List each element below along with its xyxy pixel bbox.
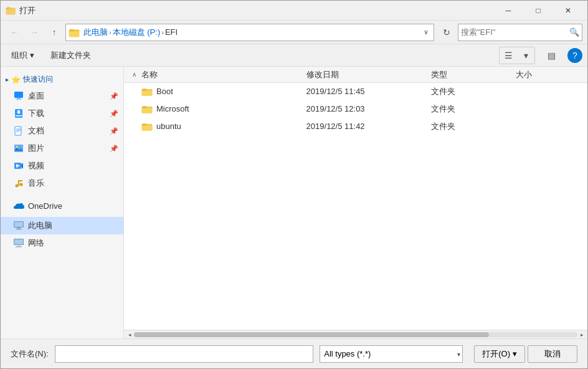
svg-rect-32	[16, 229, 22, 230]
horizontal-scrollbar[interactable]: ◂ ▸	[124, 330, 587, 338]
file-cell-type: 文件夹	[429, 103, 513, 115]
docs-pin-icon: 📌	[110, 127, 118, 135]
filetype-select-wrapper: All types (*.*) ▾	[320, 345, 463, 363]
col-header-date[interactable]: 修改日期	[304, 67, 429, 82]
file-row[interactable]: Boot 2019/12/5 11:45 文件夹	[124, 83, 587, 100]
title-controls: ─ □ ✕	[494, 1, 582, 21]
file-row[interactable]: ubuntu 2019/12/5 11:42 文件夹	[124, 118, 587, 135]
view-layout-button[interactable]: ▤	[543, 47, 560, 64]
downloads-pin-icon: 📌	[110, 110, 118, 118]
organize-toolbar: 组织 ▾ 新建文件夹 ☰ ▾ ▤ ?	[1, 44, 587, 67]
view-list-button[interactable]: ☰	[500, 47, 517, 64]
cancel-label: 取消	[544, 348, 561, 360]
back-button[interactable]: ←	[6, 24, 23, 41]
sidebar-label-desktop: 桌面	[28, 90, 44, 102]
filename-input[interactable]	[55, 345, 314, 363]
close-button[interactable]: ✕	[554, 1, 582, 21]
organize-button[interactable]: 组织 ▾	[6, 47, 40, 64]
forward-button[interactable]: →	[26, 24, 43, 41]
refresh-button[interactable]: ↻	[438, 24, 455, 41]
breadcrumb-localdisk[interactable]: 本地磁盘 (P:)	[113, 27, 161, 38]
bottom-bar: 文件名(N): All types (*.*) ▾ 打开(O) ▾ 取消	[1, 338, 587, 368]
sidebar-label-network: 网络	[28, 237, 44, 249]
svg-rect-8	[17, 98, 21, 99]
breadcrumb-thispc[interactable]: 此电脑	[83, 27, 108, 38]
sidebar-item-music[interactable]: 音乐	[1, 175, 123, 192]
file-cell-name: Boot	[139, 86, 304, 97]
sidebar-item-videos[interactable]: 视频	[1, 157, 123, 175]
quickaccess-icon: ⭐	[11, 75, 21, 84]
sidebar-label-onedrive: OneDrive	[28, 201, 62, 211]
sidebar-label-thispc: 此电脑	[28, 220, 52, 231]
col-header-name[interactable]: 名称	[139, 67, 304, 82]
minimize-button[interactable]: ─	[494, 1, 523, 21]
thispc-icon	[13, 220, 24, 231]
maximize-button[interactable]: □	[524, 1, 552, 21]
view-dropdown-button[interactable]: ▾	[517, 47, 534, 64]
filename-label: 文件名(N):	[11, 348, 49, 360]
scroll-track	[134, 332, 577, 337]
help-icon: ?	[572, 50, 577, 60]
col-header-size[interactable]: 大小	[513, 67, 582, 82]
address-folder-icon	[69, 27, 81, 38]
music-icon	[13, 178, 24, 189]
title-text: 打开	[19, 5, 494, 16]
docs-icon	[13, 125, 24, 137]
address-dropdown-button[interactable]: ∨	[421, 28, 431, 36]
open-label: 打开(O)	[482, 348, 510, 360]
svg-rect-42	[143, 106, 146, 108]
open-button[interactable]: 打开(O) ▾	[474, 345, 525, 363]
action-buttons: 打开(O) ▾ 取消	[474, 345, 577, 363]
svg-rect-36	[16, 246, 22, 247]
dialog-window: 打开 ─ □ ✕ ← → ↑ 此电脑 ›	[0, 0, 588, 369]
scroll-thumb[interactable]	[134, 332, 489, 337]
scroll-right-button[interactable]: ▸	[577, 330, 586, 339]
svg-point-26	[20, 183, 23, 186]
onedrive-icon	[13, 200, 24, 211]
back-icon: ←	[11, 27, 19, 37]
file-list-header: ∧ 名称 修改日期 类型 大小	[124, 67, 587, 83]
address-bar[interactable]: 此电脑 › 本地磁盘 (P:) › EFI ∨	[65, 24, 434, 41]
file-cell-date: 2019/12/5 12:03	[304, 104, 429, 113]
sidebar-item-network[interactable]: 网络	[1, 234, 123, 252]
svg-marker-23	[21, 163, 23, 169]
sidebar-item-desktop[interactable]: 桌面 📌	[1, 87, 123, 105]
svg-rect-6	[70, 29, 74, 31]
svg-rect-41	[142, 108, 152, 113]
search-input[interactable]	[461, 27, 569, 37]
sidebar-item-onedrive[interactable]: OneDrive	[1, 197, 123, 214]
help-button[interactable]: ?	[567, 48, 582, 63]
download-icon	[13, 108, 24, 119]
folder-icon	[141, 121, 153, 132]
svg-rect-12	[17, 110, 20, 113]
search-bar: 🔍	[458, 24, 582, 41]
cancel-button[interactable]: 取消	[528, 345, 577, 363]
sidebar-item-documents[interactable]: 文档 📌	[1, 122, 123, 140]
scroll-left-button[interactable]: ◂	[125, 330, 134, 339]
svg-rect-9	[16, 99, 22, 100]
refresh-icon: ↻	[443, 27, 450, 37]
file-cell-type: 文件夹	[429, 86, 513, 97]
new-folder-button[interactable]: 新建文件夹	[45, 47, 97, 64]
sidebar-item-downloads[interactable]: 下载 📌	[1, 105, 123, 122]
svg-rect-5	[69, 31, 79, 37]
sidebar-item-pictures[interactable]: 图片 📌	[1, 140, 123, 157]
up-button[interactable]: ↑	[45, 24, 63, 41]
sidebar-section-quickaccess[interactable]: ▸ ⭐ 快速访问	[1, 72, 123, 87]
network-icon	[13, 237, 24, 249]
breadcrumb-path: 此电脑 › 本地磁盘 (P:) › EFI	[83, 27, 421, 38]
file-cell-type: 文件夹	[429, 121, 513, 132]
view-layout-icon: ▤	[548, 50, 556, 60]
file-row[interactable]: Microsoft 2019/12/5 12:03 文件夹	[124, 100, 587, 118]
svg-rect-19	[14, 145, 23, 152]
svg-rect-28	[18, 180, 22, 181]
sidebar-item-thispc[interactable]: 此电脑	[1, 217, 123, 234]
svg-rect-30	[14, 222, 23, 227]
col-header-type[interactable]: 类型	[429, 67, 513, 82]
filetype-select[interactable]: All types (*.*)	[320, 345, 463, 363]
search-icon[interactable]: 🔍	[569, 27, 579, 37]
sort-arrow: ∧	[129, 71, 139, 78]
folder-icon	[141, 86, 153, 97]
up-icon: ↑	[52, 27, 57, 37]
organize-dropdown-icon: ▾	[30, 50, 34, 60]
